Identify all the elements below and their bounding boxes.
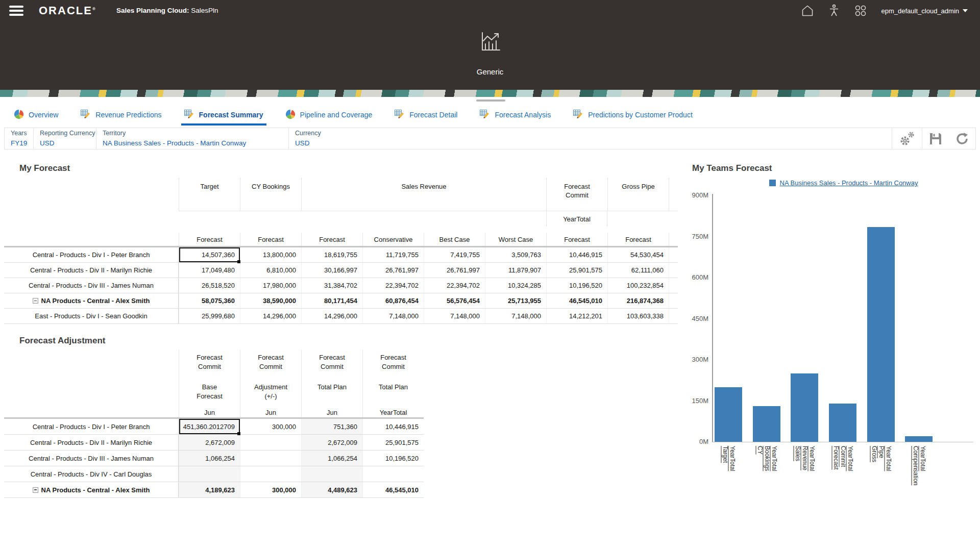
grid-cell[interactable]: 25,713,955 xyxy=(485,293,546,309)
grid-cell[interactable]: 31,384,702 xyxy=(301,278,362,293)
grid-cell[interactable]: 62,111,060 xyxy=(607,263,669,278)
category-label-line[interactable]: Pipe xyxy=(878,446,885,471)
chart-bar[interactable] xyxy=(715,387,742,442)
grid-cell[interactable]: 1,066,254 xyxy=(301,450,362,466)
grid-cell[interactable]: 2,672,009 xyxy=(179,435,240,450)
grid-cell[interactable]: 10,196,520 xyxy=(546,278,607,293)
grid-cell[interactable]: 14,296,000 xyxy=(301,309,362,324)
hamburger-menu-icon[interactable] xyxy=(9,6,24,17)
category-label-line[interactable]: Forecast xyxy=(832,446,839,471)
category-label-line[interactable]: Bookings xyxy=(764,446,770,471)
grid-cell[interactable]: 54,530,454 xyxy=(607,247,669,263)
grid-cell[interactable] xyxy=(669,309,678,324)
grid-cell[interactable]: 100,232,854 xyxy=(607,278,669,293)
grid-cell[interactable]: 22,394,702 xyxy=(362,278,424,293)
grid-cell[interactable]: 4,189,623 xyxy=(179,482,240,498)
grid-cell[interactable]: 26,761,997 xyxy=(362,263,424,278)
settings-gears-icon[interactable] xyxy=(892,131,922,146)
chart-bar[interactable] xyxy=(867,227,895,442)
grid-cell[interactable]: 14,212,201 xyxy=(546,309,607,324)
grid-cell[interactable]: 11,719,755 xyxy=(362,247,424,263)
row-header-cell[interactable]: East - Products - Div I - Sean Goodkin xyxy=(4,309,179,324)
grid-cell[interactable]: 300,000 xyxy=(240,419,301,435)
grid-cell[interactable] xyxy=(240,435,301,450)
category-axis-label[interactable]: TargetYearTotal xyxy=(722,446,736,471)
grid-cell[interactable]: 38,590,000 xyxy=(240,293,301,309)
grid-cell[interactable] xyxy=(669,247,678,263)
collapse-icon[interactable] xyxy=(33,487,38,493)
category-label-line[interactable]: Revenue xyxy=(801,446,808,471)
grid-cell[interactable]: 14,507,360 xyxy=(179,247,240,263)
grid-cell[interactable] xyxy=(669,293,678,309)
category-label-line[interactable]: Sales xyxy=(794,446,801,471)
tab-forecast-summary[interactable]: Forecast Summary xyxy=(184,104,263,126)
grid-cell[interactable]: 25,901,575 xyxy=(546,263,607,278)
legend-series-link[interactable]: NA Business Sales - Products - Martin Co… xyxy=(780,179,918,187)
row-header-cell[interactable]: NA Products - Central - Alex Smith xyxy=(4,482,179,498)
home-icon[interactable] xyxy=(801,4,814,17)
row-header-cell[interactable]: Central - Products - Div III - James Num… xyxy=(4,450,179,466)
grid-cell[interactable] xyxy=(362,466,424,482)
grid-cell[interactable]: 6,810,000 xyxy=(240,263,301,278)
grid-cell[interactable]: 22,394,702 xyxy=(424,278,485,293)
grid-cell[interactable]: 26,761,997 xyxy=(424,263,485,278)
category-label-line[interactable]: YearTotal xyxy=(919,446,926,485)
pov-value-link[interactable]: USD xyxy=(40,139,96,147)
category-label-line[interactable]: YearTotal xyxy=(729,446,736,471)
grid-cell[interactable]: 60,876,454 xyxy=(362,293,424,309)
grid-cell[interactable]: 46,545,010 xyxy=(546,293,607,309)
category-label-line[interactable]: Commit xyxy=(840,446,846,471)
grid-cell[interactable]: 10,324,285 xyxy=(485,278,546,293)
grid-cell[interactable]: 13,800,000 xyxy=(240,247,301,263)
grid-cell[interactable]: 11,879,907 xyxy=(485,263,546,278)
category-label-line[interactable]: CY xyxy=(756,446,763,471)
generic-infolet-icon[interactable] xyxy=(479,30,502,55)
infolet-page-indicator[interactable] xyxy=(476,99,505,102)
grid-cell[interactable]: 10,196,520 xyxy=(362,450,424,466)
tab-forecast-detail[interactable]: Forecast Detail xyxy=(395,104,457,126)
grid-cell[interactable]: 26,518,520 xyxy=(179,278,240,293)
grid-cell[interactable]: 10,446,915 xyxy=(362,419,424,435)
grid-cell[interactable]: 18,619,755 xyxy=(301,247,362,263)
category-label-line[interactable]: YearTotal xyxy=(885,446,892,471)
grid-cell[interactable]: 2,672,009 xyxy=(301,435,362,450)
user-menu[interactable]: epm_default_cloud_admin xyxy=(881,7,968,15)
grid-cell[interactable] xyxy=(669,278,678,293)
category-axis-label[interactable]: CYBookingsYearTotal xyxy=(756,446,777,471)
category-axis-label[interactable]: SalesRevenueYearTotal xyxy=(794,446,815,471)
chart-bar[interactable] xyxy=(905,436,933,442)
row-header-cell[interactable]: Central - Products - Div II - Marilyn Ri… xyxy=(4,435,179,450)
grid-cell[interactable]: 216,874,368 xyxy=(607,293,669,309)
grid-cell[interactable]: 7,148,000 xyxy=(485,309,546,324)
accessibility-icon[interactable] xyxy=(828,4,840,17)
grid-cell[interactable]: 25,901,575 xyxy=(362,435,424,450)
category-label-line[interactable]: YearTotal xyxy=(771,446,777,471)
tab-overview[interactable]: Overview xyxy=(14,104,58,126)
grid-cell[interactable]: 751,360 xyxy=(301,419,362,435)
tab-pipeline-and-coverage[interactable]: Pipeline and Coverage xyxy=(286,104,373,126)
grid-cell[interactable] xyxy=(669,263,678,278)
collapse-icon[interactable] xyxy=(33,298,38,304)
grid-cell[interactable] xyxy=(240,466,301,482)
refresh-icon[interactable] xyxy=(949,132,975,146)
grid-cell[interactable] xyxy=(179,466,240,482)
grid-cell[interactable]: 80,171,454 xyxy=(301,293,362,309)
row-header-cell[interactable]: Central - Products - Div I - Peter Branc… xyxy=(4,419,179,435)
row-header-cell[interactable]: Central - Products - Div I - Peter Branc… xyxy=(4,247,179,263)
grid-cell[interactable]: 17,980,000 xyxy=(240,278,301,293)
grid-cell[interactable]: 4,489,623 xyxy=(301,482,362,498)
grid-cell[interactable]: 25,999,680 xyxy=(179,309,240,324)
category-label-line[interactable]: YearTotal xyxy=(808,446,815,471)
grid-cell[interactable]: 58,075,360 xyxy=(179,293,240,309)
pov-value-link[interactable]: NA Business Sales - Products - Martin Co… xyxy=(103,139,288,147)
row-header-cell[interactable]: Central - Products - Div III - James Num… xyxy=(4,278,179,293)
save-icon[interactable] xyxy=(922,132,949,146)
grid-cell[interactable]: 7,419,755 xyxy=(424,247,485,263)
chart-bar[interactable] xyxy=(829,404,856,442)
tab-forecast-analysis[interactable]: Forecast Analysis xyxy=(480,104,551,126)
category-axis-label[interactable]: GrossPipeYearTotal xyxy=(871,446,892,471)
grid-cell[interactable]: 17,049,480 xyxy=(179,263,240,278)
tab-revenue-predictions[interactable]: Revenue Predictions xyxy=(81,104,161,126)
grid-cell[interactable]: 46,545,010 xyxy=(362,482,424,498)
category-label-line[interactable]: YearTotal xyxy=(847,446,853,471)
